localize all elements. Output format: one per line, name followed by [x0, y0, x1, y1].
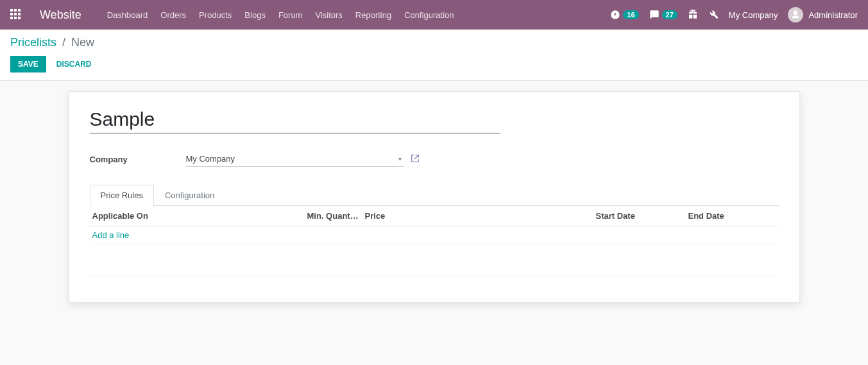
- clock-icon: [610, 10, 620, 20]
- col-applicable-on[interactable]: Applicable On: [92, 211, 307, 221]
- messages-indicator[interactable]: 27: [649, 10, 677, 20]
- activity-badge: 16: [623, 10, 638, 19]
- activity-indicator[interactable]: 16: [610, 10, 638, 20]
- user-name: Administrator: [808, 10, 858, 20]
- col-min-quantity[interactable]: Min. Quant…: [307, 211, 365, 221]
- breadcrumb-separator: /: [62, 36, 65, 49]
- form-container: Company ▾ Price Rules Configuration Appl…: [0, 81, 868, 328]
- tools-button[interactable]: [708, 9, 719, 21]
- breadcrumb-current: New: [71, 36, 94, 49]
- external-link-button[interactable]: [411, 154, 420, 165]
- nav-right: 16 27 My Company Administrator: [610, 7, 858, 22]
- col-end-date[interactable]: End Date: [688, 211, 776, 221]
- top-navbar: Website Dashboard Orders Products Blogs …: [0, 0, 868, 30]
- company-input[interactable]: [186, 151, 396, 166]
- breadcrumb: Pricelists / New: [10, 36, 858, 49]
- save-button[interactable]: SAVE: [10, 56, 46, 72]
- control-panel: Pricelists / New SAVE DISCARD: [0, 30, 868, 81]
- action-buttons: SAVE DISCARD: [10, 56, 858, 72]
- price-rules-table: Applicable On Min. Quant… Price Start Da…: [90, 205, 779, 276]
- company-switcher[interactable]: My Company: [729, 10, 778, 20]
- nav-configuration[interactable]: Configuration: [404, 10, 454, 20]
- external-link-icon: [411, 154, 420, 163]
- nav-reporting[interactable]: Reporting: [355, 10, 391, 20]
- tab-price-rules[interactable]: Price Rules: [90, 185, 154, 205]
- table-empty-space: [90, 244, 779, 276]
- company-select[interactable]: ▾: [186, 151, 404, 167]
- user-menu[interactable]: Administrator: [788, 7, 858, 22]
- tab-configuration[interactable]: Configuration: [154, 185, 225, 205]
- tabs: Price Rules Configuration: [90, 185, 779, 205]
- apps-icon[interactable]: [10, 9, 22, 21]
- table-row: Add a line: [90, 226, 779, 244]
- add-line-button[interactable]: Add a line: [92, 230, 130, 240]
- gift-icon: [688, 9, 698, 19]
- nav-dashboard[interactable]: Dashboard: [107, 10, 148, 20]
- nav-products[interactable]: Products: [199, 10, 232, 20]
- messages-badge: 27: [662, 10, 677, 19]
- gift-button[interactable]: [688, 9, 698, 21]
- col-price[interactable]: Price: [365, 211, 596, 221]
- chat-icon: [649, 10, 660, 20]
- breadcrumb-root[interactable]: Pricelists: [10, 36, 56, 49]
- name-input[interactable]: [90, 107, 500, 133]
- company-field-row: Company ▾: [90, 151, 779, 167]
- company-label: Company: [90, 155, 186, 164]
- discard-button[interactable]: DISCARD: [54, 56, 94, 72]
- wrench-icon: [708, 9, 719, 19]
- avatar-icon: [788, 7, 803, 22]
- nav-orders[interactable]: Orders: [160, 10, 186, 20]
- col-start-date[interactable]: Start Date: [596, 211, 688, 221]
- brand-title[interactable]: Website: [40, 8, 81, 22]
- table-header: Applicable On Min. Quant… Price Start Da…: [90, 206, 779, 226]
- chevron-down-icon[interactable]: ▾: [396, 155, 404, 162]
- nav-visitors[interactable]: Visitors: [315, 10, 342, 20]
- form-sheet: Company ▾ Price Rules Configuration Appl…: [69, 91, 800, 303]
- nav-forum[interactable]: Forum: [278, 10, 303, 20]
- nav-blogs[interactable]: Blogs: [244, 10, 266, 20]
- nav-menu: Dashboard Orders Products Blogs Forum Vi…: [107, 10, 454, 20]
